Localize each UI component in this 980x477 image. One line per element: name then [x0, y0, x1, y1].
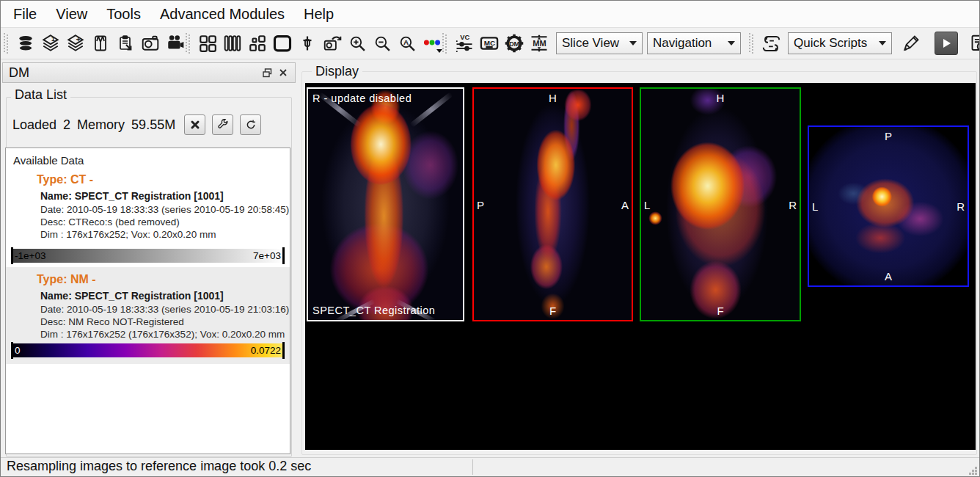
- view-mip[interactable]: R - update disabled SPECT_CT Registratio…: [307, 87, 464, 321]
- layout-grid-icon: [198, 34, 217, 53]
- float-icon: [263, 68, 272, 78]
- view-coronal[interactable]: H F L R: [640, 87, 801, 321]
- clear-data-button[interactable]: [184, 114, 205, 135]
- settings-button[interactable]: [212, 114, 233, 135]
- reload-icon: [245, 119, 257, 131]
- suit-button[interactable]: [89, 32, 112, 55]
- display-title: Display: [312, 64, 362, 79]
- orientation-label-left: L: [644, 198, 650, 211]
- orientation-label-right: A: [621, 198, 629, 211]
- chevron-down-icon: [436, 49, 442, 53]
- probe-tool-icon: [299, 34, 316, 52]
- layout-mixed-button[interactable]: [246, 32, 269, 55]
- zoom-in-icon: [348, 34, 367, 53]
- menu-tools[interactable]: Tools: [97, 3, 150, 26]
- camera-rotate-button[interactable]: [321, 32, 344, 55]
- ct-colorbar[interactable]: -1e+03 7e+03: [11, 249, 285, 263]
- probe-tool-button[interactable]: [296, 32, 319, 55]
- zoom-in-button[interactable]: [345, 32, 369, 55]
- layout-single-icon: [272, 33, 293, 54]
- colorbar-max-label: 0.0722: [251, 345, 281, 356]
- movie-button[interactable]: [164, 32, 187, 55]
- memory-status-row: Loaded 2 Memory 59.55M: [12, 114, 261, 135]
- close-panel-button[interactable]: [276, 65, 290, 80]
- menu-help[interactable]: Help: [294, 3, 343, 26]
- mm-module-button[interactable]: MM: [527, 32, 551, 55]
- camera-rotate-icon: [323, 34, 342, 53]
- toolbar-drag-handle[interactable]: [749, 33, 754, 54]
- menu-view[interactable]: View: [46, 3, 97, 26]
- layers-one-button[interactable]: 1.: [39, 32, 62, 55]
- status-divider: [472, 459, 473, 475]
- slice-view-dropdown[interactable]: Slice View: [556, 32, 643, 54]
- toolbar-drag-handle[interactable]: [442, 33, 447, 54]
- pencil-icon: [902, 34, 921, 53]
- suit-icon: [92, 34, 109, 52]
- view-sagittal[interactable]: H F P A: [472, 87, 633, 321]
- svg-text:+: +: [76, 34, 81, 43]
- mc-frame-icon: MC: [479, 33, 500, 54]
- database-icon: [16, 34, 35, 53]
- edit-script-button[interactable]: [899, 32, 923, 55]
- mc-module-button[interactable]: MC: [478, 32, 501, 55]
- reload-button[interactable]: [240, 114, 261, 135]
- zoom-out-button[interactable]: [370, 32, 394, 55]
- navigation-dropdown-value: Navigation: [653, 36, 712, 51]
- entry-date-label: Date: 2010-05-19 18:33:33 (series 2010-0…: [40, 204, 289, 215]
- svg-text:DM: DM: [509, 40, 520, 48]
- run-script-button[interactable]: [935, 32, 958, 55]
- script-button[interactable]: [759, 32, 783, 55]
- view-status-overlay: R - update disabled: [312, 92, 412, 104]
- entry-dim-label: Dim : 176x176x252 (176x176x352); Vox: 0.…: [40, 329, 285, 340]
- colorbar-min-handle[interactable]: [11, 342, 13, 359]
- orientation-label-bottom: F: [717, 305, 723, 317]
- x-icon: [190, 120, 200, 130]
- colorbar-min-handle[interactable]: [11, 247, 13, 264]
- status-message: Resampling images to reference image too…: [7, 459, 311, 474]
- view-transverse[interactable]: P A L R: [808, 125, 969, 287]
- toolbar-drag-handle[interactable]: [186, 33, 191, 54]
- vc-sliders-icon: VC: [454, 33, 475, 54]
- dm-panel-titlebar[interactable]: DM: [2, 62, 296, 83]
- layout-mixed-icon: [248, 34, 267, 53]
- wrench-icon: [217, 119, 229, 131]
- color-channels-button[interactable]: [420, 32, 444, 55]
- svg-text:MM: MM: [533, 39, 546, 48]
- svg-text:1.: 1.: [51, 35, 56, 43]
- resize-grip[interactable]: [968, 466, 978, 476]
- entry-desc-label: Desc: CTReco:s (bed removed): [40, 216, 180, 227]
- layers-add-button[interactable]: +: [64, 32, 87, 55]
- menu-advanced-modules[interactable]: Advanced Modules: [150, 3, 294, 26]
- svg-text:A: A: [403, 38, 408, 46]
- toolbar-drag-handle[interactable]: [4, 33, 9, 54]
- navigation-dropdown[interactable]: Navigation: [647, 32, 741, 54]
- quick-scripts-dropdown[interactable]: Quick Scripts: [788, 32, 892, 54]
- layout-single-button[interactable]: [271, 32, 294, 55]
- layout-slices-button[interactable]: [221, 32, 244, 55]
- vc-module-button[interactable]: VC: [453, 32, 476, 55]
- orientation-label-bottom: A: [885, 270, 892, 283]
- svg-text:VC: VC: [460, 34, 469, 41]
- colorbar-max-label: 7e+03: [253, 250, 281, 261]
- entry-type-label: Type: NM -: [37, 273, 96, 286]
- entry-type-label: Type: CT -: [37, 173, 93, 186]
- dm-module-button[interactable]: DM: [502, 32, 526, 55]
- transverse-image: [809, 127, 968, 285]
- colorbar-max-handle[interactable]: [282, 247, 285, 264]
- close-icon: [279, 68, 288, 77]
- layout-grid-button[interactable]: [196, 32, 219, 55]
- script-icon: [761, 34, 781, 54]
- clipboard-export-button[interactable]: [114, 32, 137, 55]
- layout-slices-icon: [223, 34, 242, 53]
- colorbar-max-handle[interactable]: [282, 342, 285, 359]
- data-entry-nm[interactable]: Type: NM - Name: SPECT_CT Registration […: [6, 267, 290, 364]
- zoom-auto-button[interactable]: A: [395, 32, 419, 55]
- available-data-panel[interactable]: Available Data Type: CT - Name: SPECT_CT…: [5, 148, 290, 454]
- menu-file[interactable]: File: [4, 3, 46, 26]
- script-log-button[interactable]: [967, 32, 980, 55]
- toolbar: 1. +: [1, 27, 979, 59]
- snapshot-button[interactable]: [139, 32, 162, 55]
- database-button[interactable]: [14, 32, 37, 55]
- float-panel-button[interactable]: [260, 65, 274, 80]
- nm-colorbar[interactable]: 0 0.0722: [11, 343, 285, 357]
